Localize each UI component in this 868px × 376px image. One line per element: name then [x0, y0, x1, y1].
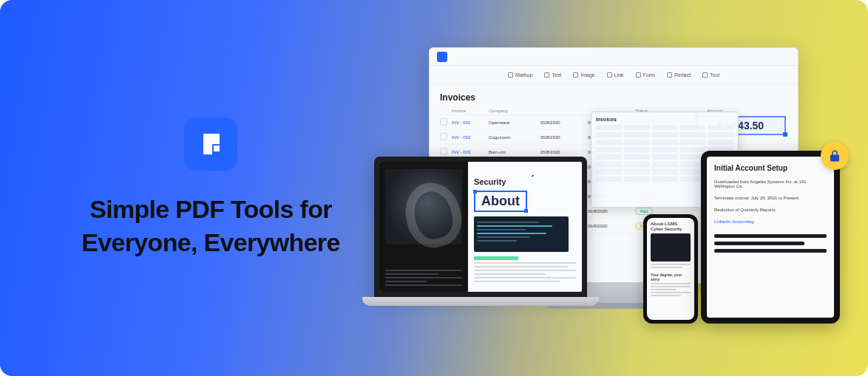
- device-composite: Markup Text Image Link Form Redact Tool …: [362, 47, 865, 350]
- tool-redact[interactable]: Redact: [667, 72, 691, 78]
- tablet-line: Downloaded from Angeles Systems Inc. at …: [714, 180, 827, 188]
- tablet-line: Terminate cronnd: July 25, 2021 to Prese…: [714, 196, 827, 200]
- tool-markup[interactable]: Markup: [508, 72, 532, 78]
- fingerprint-image: [385, 169, 462, 245]
- code-snippet-image: [474, 216, 569, 252]
- phone: About LGMS Cyber Security Your degree, y…: [643, 214, 698, 324]
- hero-banner: Simple PDF Tools for Everyone, Everywher…: [0, 0, 868, 376]
- tool-form[interactable]: Form: [636, 72, 655, 78]
- redacted-bar: [714, 234, 827, 238]
- tablet-document: Initial Account Setup Downloaded from An…: [707, 157, 834, 318]
- phone-document: About LGMS Cyber Security Your degree, y…: [647, 218, 694, 320]
- tablet-line: Reduction of Quarterly Reports: [714, 208, 827, 212]
- laptop-document: MarkupTextImageLinkForm About LGMS Cyber…: [379, 162, 582, 292]
- tool-tool[interactable]: Tool: [702, 72, 719, 78]
- tool-image[interactable]: Image: [573, 72, 594, 78]
- doc-title: Invoices: [440, 92, 787, 103]
- about-selection[interactable]: About: [474, 191, 527, 212]
- svg-rect-0: [214, 146, 220, 151]
- tablet-title: Initial Account Setup: [714, 164, 827, 172]
- app-logo-icon: [184, 117, 237, 171]
- redacted-bar: [714, 242, 804, 245]
- titlebar: [430, 48, 798, 66]
- tool-text[interactable]: Text: [544, 72, 561, 78]
- tool-link[interactable]: Link: [607, 72, 624, 78]
- lock-icon: [821, 142, 849, 170]
- phone-subheading: Your degree, your story: [651, 273, 691, 281]
- hero-left: Simple PDF Tools for Everyone, Everywher…: [0, 117, 355, 258]
- hero-headline: Simple PDF Tools for Everyone, Everywher…: [81, 193, 340, 258]
- redacted-bar: [714, 249, 827, 253]
- phone-hero-image: [651, 233, 691, 262]
- doc-image-panel: [379, 162, 468, 292]
- tablet-link[interactable]: LinkedIn Accounting: [714, 219, 827, 224]
- phone-heading: About LGMS Cyber Security: [651, 222, 691, 231]
- laptop: MarkupTextImageLinkForm About LGMS Cyber…: [362, 157, 599, 312]
- tablet: Initial Account Setup Downloaded from An…: [701, 151, 840, 324]
- highlight-mark: [474, 256, 518, 260]
- editor-toolbar: Markup Text Image Link Form Redact Tool: [430, 66, 798, 85]
- doc-text-panel: About LGMS Cyber Security About: [468, 162, 582, 292]
- app-logo-icon: [437, 52, 447, 62]
